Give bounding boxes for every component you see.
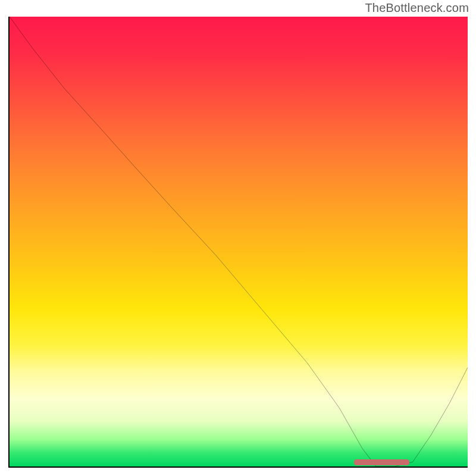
optimal-range-marker [354, 459, 409, 465]
watermark-text: TheBottleneck.com [365, 1, 469, 15]
bottleneck-curve [10, 17, 468, 466]
chart-plot-area [8, 17, 468, 468]
